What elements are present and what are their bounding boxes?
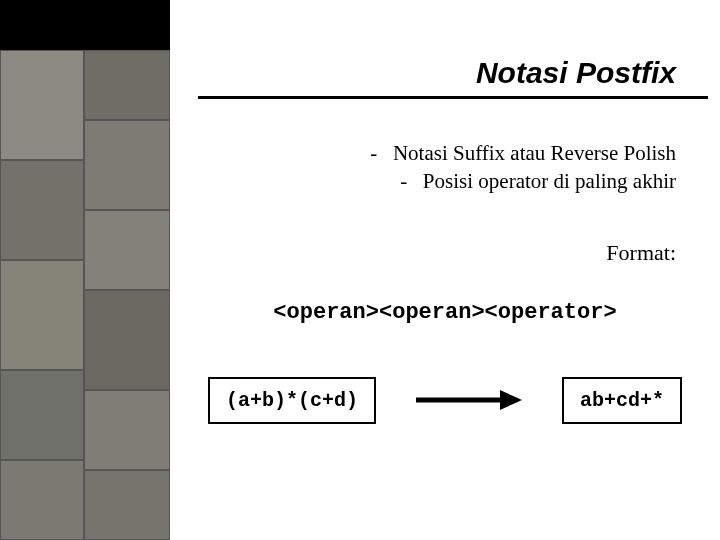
top-black-strip [0, 0, 170, 50]
sidebar-stone-texture [0, 0, 170, 540]
example-row: (a+b)*(c+d) ab+cd+* [198, 377, 692, 424]
bullet-item-1: - Notasi Suffix atau Reverse Polish [198, 139, 676, 167]
format-expression: <operan><operan><operator> [198, 300, 692, 325]
example-input-box: (a+b)*(c+d) [208, 377, 376, 424]
bullet-item-2: - Posisi operator di paling akhir [198, 167, 676, 195]
slide-title: Notasi Postfix [198, 56, 692, 90]
example-output-box: ab+cd+* [562, 377, 682, 424]
slide-content: Notasi Postfix - Notasi Suffix atau Reve… [170, 0, 720, 540]
svg-marker-1 [500, 390, 522, 410]
format-label: Format: [198, 240, 692, 266]
bullet-list: - Notasi Suffix atau Reverse Polish - Po… [198, 139, 692, 196]
arrow-icon [414, 388, 524, 412]
title-underline [198, 96, 708, 99]
